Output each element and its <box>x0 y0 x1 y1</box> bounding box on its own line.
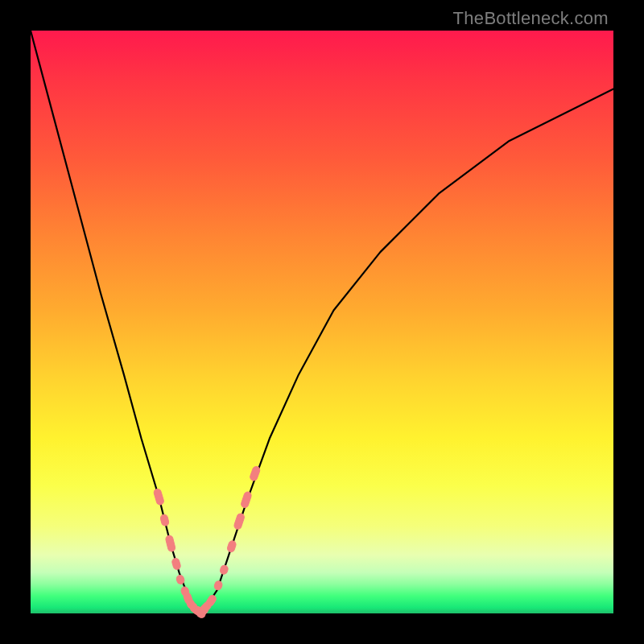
outer-frame: TheBottleneck.com <box>0 0 644 644</box>
highlight-marker <box>233 513 246 530</box>
highlight-marker <box>159 514 169 526</box>
highlight-marker <box>165 535 176 552</box>
bottleneck-curve <box>31 31 613 613</box>
watermark-text: TheBottleneck.com <box>453 8 609 29</box>
highlight-marker <box>171 557 182 570</box>
highlight-marker <box>240 491 252 509</box>
highlight-marker <box>213 580 223 591</box>
highlight-marker <box>226 540 237 553</box>
highlighted-points-group <box>153 465 261 619</box>
highlight-marker <box>219 564 229 575</box>
chart-svg <box>31 31 613 613</box>
highlight-marker <box>249 465 261 481</box>
plot-area <box>31 31 613 613</box>
highlight-marker <box>153 488 164 506</box>
